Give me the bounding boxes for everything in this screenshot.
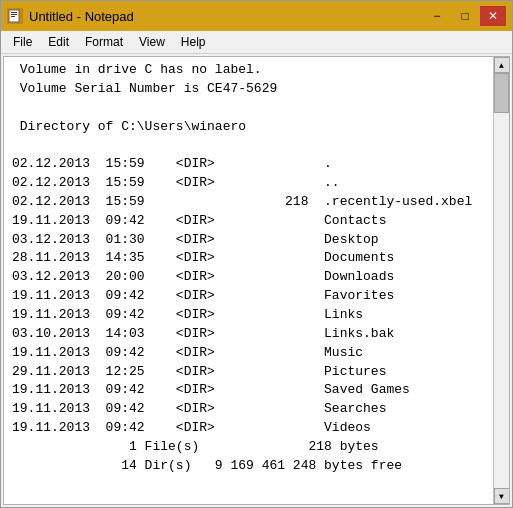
menu-bar: File Edit Format View Help	[1, 31, 512, 54]
menu-help[interactable]: Help	[173, 33, 214, 51]
scroll-down-arrow[interactable]: ▼	[494, 488, 510, 504]
svg-rect-2	[11, 14, 17, 15]
maximize-button[interactable]: □	[452, 6, 478, 26]
window-title: Untitled - Notepad	[29, 9, 134, 24]
content-area: ▲ ▼	[3, 56, 510, 505]
menu-edit[interactable]: Edit	[40, 33, 77, 51]
close-button[interactable]: ✕	[480, 6, 506, 26]
svg-rect-1	[11, 12, 17, 13]
minimize-button[interactable]: −	[424, 6, 450, 26]
menu-view[interactable]: View	[131, 33, 173, 51]
menu-format[interactable]: Format	[77, 33, 131, 51]
title-bar-left: Untitled - Notepad	[7, 8, 134, 24]
scroll-track[interactable]	[494, 73, 509, 488]
notepad-icon	[7, 8, 23, 24]
scroll-thumb[interactable]	[494, 73, 509, 113]
svg-rect-3	[11, 16, 15, 17]
scrollbar[interactable]: ▲ ▼	[493, 57, 509, 504]
scroll-up-arrow[interactable]: ▲	[494, 57, 510, 73]
menu-file[interactable]: File	[5, 33, 40, 51]
notepad-window: Untitled - Notepad − □ ✕ File Edit Forma…	[0, 0, 513, 508]
window-controls: − □ ✕	[424, 6, 506, 26]
title-bar: Untitled - Notepad − □ ✕	[1, 1, 512, 31]
text-editor[interactable]	[4, 57, 493, 504]
